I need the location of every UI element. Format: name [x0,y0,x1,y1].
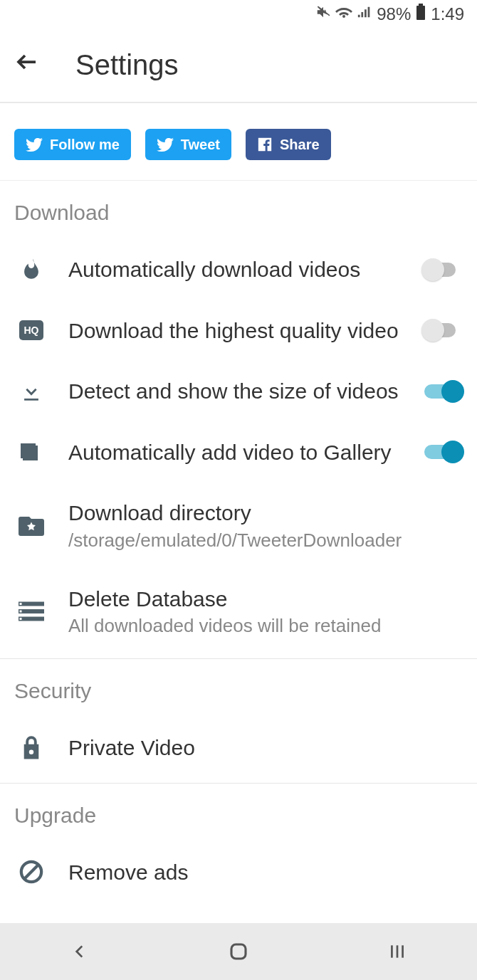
battery-icon [415,4,426,25]
tweet-label: Tweet [181,137,220,153]
folder-star-icon [14,515,48,536]
status-bar: 98% 1:49 [0,0,477,28]
nav-bar [0,923,477,980]
toggle-highest-quality[interactable] [421,319,464,342]
row-highest-quality[interactable]: HQ Download the highest quality video [0,300,477,362]
page-title: Settings [75,49,179,81]
label-auto-gallery: Automatically add video to Gallery [68,439,402,466]
security-list: Private Video [0,703,477,779]
label-remove-ads: Remove ads [68,859,464,886]
row-detect-size[interactable]: Detect and show the size of videos [0,361,477,422]
follow-label: Follow me [50,137,120,153]
label-delete-db: Delete Database [68,586,464,613]
toggle-auto-gallery[interactable] [421,441,464,463]
mute-icon [315,4,331,24]
download-icon [14,379,48,404]
svg-line-11 [24,865,38,879]
svg-rect-9 [20,618,22,620]
row-auto-download[interactable]: Automatically download videos [0,239,477,300]
label-highest-quality: Download the highest quality video [68,317,402,344]
fire-icon [14,258,48,282]
share-label: Share [280,137,320,153]
no-ads-icon [14,860,48,884]
facebook-icon [257,137,273,152]
clock-text: 1:49 [431,4,464,24]
nav-home-button[interactable] [224,937,253,966]
row-auto-gallery[interactable]: Automatically add video to Gallery [0,422,477,483]
signal-icon [357,4,372,24]
label-download-dir: Download directory [68,500,464,527]
row-download-dir[interactable]: Download directory /storage/emulated/0/T… [0,483,477,569]
lock-icon [14,735,48,761]
svg-rect-5 [19,609,44,613]
share-button[interactable]: Share [246,129,331,160]
twitter-icon [157,136,174,153]
svg-rect-4 [19,601,44,606]
toggle-detect-size[interactable] [421,380,464,403]
battery-percent: 98% [377,4,411,24]
svg-rect-7 [20,603,22,605]
svg-rect-1 [419,4,423,6]
app-bar: Settings [0,28,477,103]
label-detect-size: Detect and show the size of videos [68,378,402,405]
row-remove-ads[interactable]: Remove ads [0,842,477,903]
sub-download-dir: /storage/emulated/0/TweeterDownloader [68,529,464,552]
label-private-video: Private Video [68,734,464,762]
follow-button[interactable]: Follow me [14,129,131,160]
nav-recents-button[interactable] [383,937,412,966]
database-icon [14,601,48,621]
social-row: Follow me Tweet Share [0,103,477,181]
section-header-download: Download [0,181,477,225]
twitter-icon [26,136,43,153]
svg-rect-8 [20,610,22,612]
section-header-security: Security [0,659,477,703]
toggle-auto-download[interactable] [421,258,464,281]
row-private-video[interactable]: Private Video [0,717,477,779]
section-header-upgrade: Upgrade [0,784,477,828]
hq-icon: HQ [14,320,48,340]
svg-rect-12 [231,944,246,959]
download-list: Automatically download videos HQ Downloa… [0,225,477,654]
add-gallery-icon [14,439,48,465]
nav-back-button[interactable] [65,937,94,966]
upgrade-list: Remove ads [0,828,477,903]
label-auto-download: Automatically download videos [68,256,402,283]
svg-rect-6 [19,616,44,621]
row-delete-db[interactable]: Delete Database All downloaded videos wi… [0,569,477,655]
svg-rect-0 [416,6,425,20]
svg-text:HQ: HQ [24,325,39,336]
wifi-icon [335,4,352,25]
back-arrow-icon[interactable] [14,49,40,81]
sub-delete-db: All downloaded videos will be retained [68,615,464,637]
tweet-button[interactable]: Tweet [145,129,231,160]
